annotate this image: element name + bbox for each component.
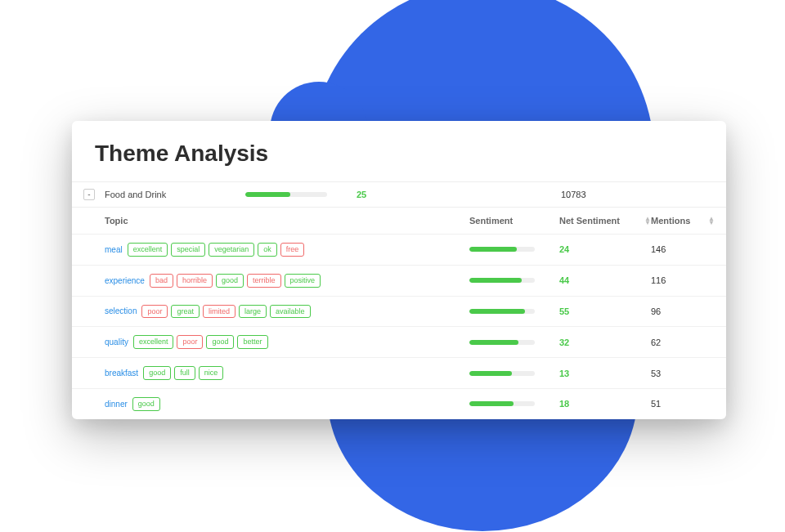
topic-tag[interactable]: terrible xyxy=(247,274,281,288)
theme-net-sentiment: 25 xyxy=(357,190,471,199)
table-row: qualityexcellentpoorgoodbetter3262 xyxy=(72,326,726,357)
topic-link[interactable]: selection xyxy=(105,306,137,315)
topic-tag[interactable]: free xyxy=(280,243,305,257)
table-row: selectionpoorgreatlimitedlargeavailable5… xyxy=(72,296,726,327)
mentions-value: 116 xyxy=(651,275,715,285)
topic-tag[interactable]: limited xyxy=(203,305,236,319)
mentions-value: 51 xyxy=(651,399,715,409)
sentiment-bar xyxy=(469,247,535,252)
theme-name: Food and Drink xyxy=(105,190,245,199)
column-mentions[interactable]: Mentions ▲▼ xyxy=(651,216,715,226)
sentiment-bar xyxy=(469,401,535,406)
table-row: breakfastgoodfullnice1353 xyxy=(72,357,726,388)
sentiment-cell xyxy=(469,340,559,345)
table-row: mealexcellentspecialvegetarianokfree2414… xyxy=(72,234,726,265)
mentions-value: 96 xyxy=(651,306,715,316)
mentions-value: 53 xyxy=(651,369,715,378)
topic-tag[interactable]: positive xyxy=(285,274,321,288)
topic-tag[interactable]: large xyxy=(239,305,267,319)
topic-tag[interactable]: nice xyxy=(199,366,224,380)
mentions-value: 146 xyxy=(651,244,715,254)
topic-tag[interactable]: excellent xyxy=(128,243,168,257)
topic-tag[interactable]: good xyxy=(132,397,160,411)
sentiment-bar xyxy=(469,278,535,283)
table-header: Topic Sentiment Net Sentiment ▲▼ Mention… xyxy=(72,207,726,234)
topic-cell: qualityexcellentpoorgoodbetter xyxy=(105,335,469,349)
column-topic[interactable]: Topic xyxy=(105,216,469,226)
topic-cell: mealexcellentspecialvegetarianokfree xyxy=(105,243,469,257)
sentiment-cell xyxy=(469,247,559,252)
topic-tag[interactable]: full xyxy=(174,366,195,380)
panel-header: Theme Analysis xyxy=(72,121,726,181)
topic-tag[interactable]: bad xyxy=(150,274,173,288)
topic-tag[interactable]: great xyxy=(171,305,200,319)
sentiment-bar xyxy=(469,309,535,314)
net-sentiment-value: 13 xyxy=(559,369,651,378)
topic-link[interactable]: quality xyxy=(105,338,128,346)
net-sentiment-value: 18 xyxy=(559,399,651,409)
column-net-sentiment-label: Net Sentiment xyxy=(559,216,620,226)
net-sentiment-value: 44 xyxy=(559,275,651,285)
topic-tag[interactable]: available xyxy=(270,305,311,319)
topic-tag[interactable]: special xyxy=(171,243,205,257)
topic-cell: dinnergood xyxy=(105,397,469,411)
sentiment-cell xyxy=(469,309,559,314)
topic-cell: breakfastgoodfullnice xyxy=(105,366,469,380)
net-sentiment-value: 24 xyxy=(559,244,651,254)
theme-summary-row: - Food and Drink 25 10783 xyxy=(72,181,726,207)
sentiment-cell xyxy=(469,401,559,406)
column-mentions-label: Mentions xyxy=(651,216,690,226)
column-sentiment[interactable]: Sentiment xyxy=(469,216,559,226)
topic-link[interactable]: meal xyxy=(105,245,123,254)
sort-icon[interactable]: ▲▼ xyxy=(644,217,651,225)
topic-tag[interactable]: ok xyxy=(258,243,277,257)
topic-tag[interactable]: poor xyxy=(141,305,168,319)
column-sentiment-label: Sentiment xyxy=(469,216,513,226)
topic-tag[interactable]: better xyxy=(237,335,267,349)
column-net-sentiment[interactable]: Net Sentiment ▲▼ xyxy=(559,216,651,226)
sort-icon[interactable]: ▲▼ xyxy=(708,217,715,225)
topic-cell: experiencebadhorriblegoodterriblepositiv… xyxy=(105,274,469,288)
sentiment-cell xyxy=(469,371,559,376)
sentiment-bar xyxy=(469,340,535,345)
panel-title: Theme Analysis xyxy=(95,141,703,167)
topic-tag[interactable]: excellent xyxy=(133,335,174,349)
topic-link[interactable]: experience xyxy=(105,276,145,285)
theme-mentions: 10783 xyxy=(561,190,659,199)
topic-tag[interactable]: horrible xyxy=(177,274,213,288)
topic-tag[interactable]: good xyxy=(216,274,244,288)
net-sentiment-value: 32 xyxy=(559,338,651,347)
sentiment-bar xyxy=(469,371,535,376)
theme-sentiment-bar xyxy=(245,192,343,197)
net-sentiment-value: 55 xyxy=(559,306,651,316)
topic-tag[interactable]: good xyxy=(206,335,234,349)
mentions-value: 62 xyxy=(651,338,715,347)
topic-tag[interactable]: poor xyxy=(177,335,203,349)
topic-cell: selectionpoorgreatlimitedlargeavailable xyxy=(105,305,469,319)
theme-analysis-panel: Theme Analysis - Food and Drink 25 10783… xyxy=(72,121,726,419)
sentiment-cell xyxy=(469,278,559,283)
collapse-button[interactable]: - xyxy=(83,189,95,200)
topic-link[interactable]: dinner xyxy=(105,400,128,409)
table-row: dinnergood1851 xyxy=(72,388,726,419)
topic-tag[interactable]: good xyxy=(143,366,171,380)
topic-tag[interactable]: vegetarian xyxy=(209,243,254,257)
table-row: experiencebadhorriblegoodterriblepositiv… xyxy=(72,265,726,296)
topic-link[interactable]: breakfast xyxy=(105,369,138,378)
